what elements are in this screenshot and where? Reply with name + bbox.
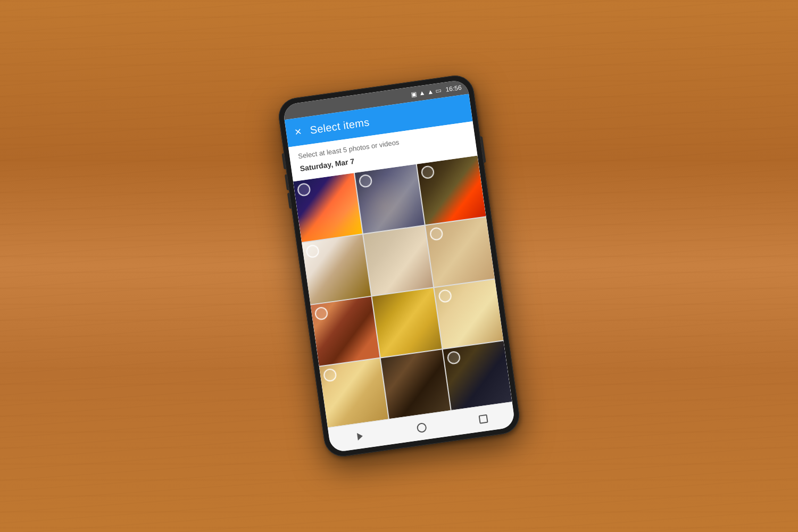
home-icon	[416, 422, 427, 433]
back-nav-button[interactable]	[351, 427, 370, 446]
photo-cell-12[interactable]	[443, 341, 512, 410]
photo-grid	[293, 155, 512, 427]
battery-icon: ▭	[435, 87, 442, 95]
app-bar-title: Select items	[309, 116, 370, 136]
vibrate-icon: ▣	[411, 90, 418, 98]
select-circle-7[interactable]	[314, 306, 328, 320]
recents-icon	[478, 414, 488, 423]
wifi-icon: ▲	[418, 89, 426, 97]
select-circle-3[interactable]	[420, 165, 435, 179]
select-circle-6[interactable]	[429, 227, 443, 241]
photo-cell-4[interactable]	[302, 235, 371, 304]
select-circle-4[interactable]	[305, 244, 320, 259]
select-circle-9[interactable]	[438, 288, 452, 303]
photo-cell-2[interactable]	[355, 164, 424, 234]
photo-cell-1[interactable]	[293, 173, 362, 242]
select-circle-1[interactable]	[297, 182, 311, 197]
signal-icon: ▲	[427, 88, 434, 96]
recents-nav-button[interactable]	[473, 409, 493, 428]
select-circle-10[interactable]	[323, 368, 337, 382]
home-nav-button[interactable]	[412, 418, 431, 437]
photo-cell-8[interactable]	[372, 288, 442, 357]
photo-cell-7[interactable]	[311, 296, 380, 365]
photo-cell-6[interactable]	[426, 218, 495, 287]
photo-cell-10[interactable]	[319, 358, 388, 427]
photo-cell-3[interactable]	[417, 155, 486, 225]
photo-cell-11[interactable]	[381, 350, 450, 419]
select-circle-2[interactable]	[359, 174, 373, 188]
close-button[interactable]: ×	[294, 126, 303, 138]
select-circle-12[interactable]	[446, 351, 461, 365]
status-time: 16:56	[445, 84, 462, 93]
back-icon	[357, 432, 363, 440]
photo-cell-5[interactable]	[363, 226, 433, 295]
photo-cell-9[interactable]	[434, 279, 503, 348]
